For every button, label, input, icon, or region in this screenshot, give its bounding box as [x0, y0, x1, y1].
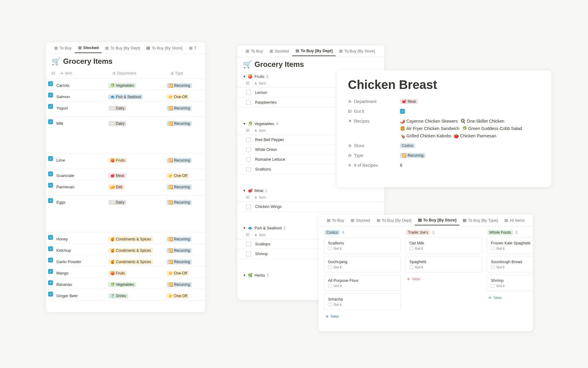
toggle-icon[interactable]: ▼ — [243, 75, 246, 78]
prop-recipe-count[interactable]: # of Recipes 6 — [348, 160, 540, 170]
gotit-checkbox[interactable] — [328, 265, 332, 269]
board-column-header[interactable]: Trader Joe's2 — [405, 228, 482, 237]
new-card-button[interactable]: New — [324, 312, 401, 320]
table-row[interactable]: Milk 🥛 Dairy 🔁 Recurring — [46, 117, 205, 154]
table-row[interactable]: Garlic Powder 🍯 Condiments & Spices 🔁 Re… — [46, 255, 205, 266]
row-checkbox[interactable] — [246, 251, 251, 256]
toggle-icon[interactable]: ▼ — [243, 226, 246, 230]
table-row[interactable]: Ketchup 🍯 Condiments & Spices 🔁 Recurrin… — [46, 244, 205, 255]
recipe-link[interactable]: 🍗Grilled Chicken Kabobs — [400, 133, 451, 138]
tab-to-buy[interactable]: To Buy — [323, 216, 347, 225]
row-checkbox[interactable] — [48, 246, 53, 251]
row-checkbox[interactable] — [246, 242, 251, 247]
department-tag: 🍑 Fruits — [108, 271, 127, 276]
tab-by-dept[interactable]: To Buy [By Dept] — [102, 43, 143, 53]
col-type[interactable]: Type — [175, 71, 183, 75]
item-title[interactable]: Chicken Breast — [337, 71, 551, 97]
gotit-checkbox[interactable] — [328, 247, 332, 250]
row-checkbox[interactable] — [246, 100, 251, 105]
gotit-checkbox[interactable] — [491, 265, 495, 269]
recipe-link[interactable]: 🥬Green Goddess Cobb Salad — [462, 126, 522, 131]
row-checkbox[interactable] — [48, 104, 53, 109]
table-row[interactable]: Ginger Beer 🥤 Drinks 👉 One-Off — [46, 289, 205, 301]
row-checkbox[interactable] — [48, 292, 53, 297]
row-checkbox[interactable] — [48, 93, 53, 98]
toggle-icon[interactable]: ▼ — [243, 189, 246, 192]
row-checkbox[interactable] — [48, 280, 53, 285]
row-checkbox[interactable] — [48, 156, 53, 161]
tab-stocked[interactable]: Stocked — [266, 46, 292, 56]
row-checkbox[interactable] — [48, 183, 53, 188]
table-row[interactable]: Guanciale 🥩 Meat 👉 One-Off — [46, 169, 205, 180]
board-card[interactable]: SpaghettiGot it — [405, 256, 482, 272]
row-checkbox[interactable] — [48, 269, 53, 274]
col-dept[interactable]: Department — [117, 71, 136, 75]
board-card[interactable]: SrirachaGot it — [324, 293, 401, 310]
row-checkbox[interactable] — [48, 198, 53, 203]
got-it-checkbox[interactable] — [400, 109, 405, 114]
board-card[interactable]: ShrimpGot it — [487, 275, 533, 291]
new-card-button[interactable]: New — [487, 293, 533, 302]
prop-recipes[interactable]: Recipes 🌶️Cayenne Chicken Skewers🍳One-Sk… — [348, 116, 540, 141]
board-column-header[interactable]: Whole Foods3 — [487, 228, 533, 237]
row-checkbox[interactable] — [48, 235, 53, 240]
board-card[interactable]: Oat MilkGot it — [405, 237, 482, 254]
row-checkbox[interactable] — [246, 147, 251, 152]
row-checkbox[interactable] — [48, 119, 53, 124]
toggle-icon[interactable]: ▼ — [243, 122, 246, 125]
table-row[interactable]: Parmesan 🧀 Deli 🔁 Recurring — [46, 180, 205, 196]
gotit-checkbox[interactable] — [409, 265, 413, 269]
table-row[interactable]: Yogurt 🥛 Dairy 🔁 Recurring — [46, 102, 205, 117]
tab-stocked[interactable]: Stocked — [347, 216, 373, 225]
table-row[interactable]: Bananas 🥬 Vegetables 🔁 Recurring — [46, 278, 205, 289]
gotit-checkbox[interactable] — [409, 247, 413, 250]
recipe-link[interactable]: 🍅Chicken Parmesan — [454, 133, 496, 138]
board-column-header[interactable]: Costco4 — [324, 228, 401, 237]
table-row[interactable]: Mango 🍑 Fruits 👉 One-Off — [46, 266, 205, 278]
new-card-button[interactable]: New — [405, 275, 482, 283]
prop-type[interactable]: Type 🔁Recurring — [348, 151, 540, 160]
board-card[interactable]: All Purpose FlourGot it — [324, 275, 401, 291]
table-row[interactable]: Carrots 🥬 Vegetables 🔁 Recurring — [46, 79, 205, 90]
gotit-checkbox[interactable] — [328, 303, 332, 306]
row-checkbox[interactable] — [48, 258, 53, 263]
tab-by-store[interactable]: To Buy [By Store] — [143, 43, 185, 53]
toggle-icon[interactable]: ▼ — [243, 274, 246, 277]
row-checkbox[interactable] — [246, 157, 251, 162]
tab-by-type[interactable]: To Buy [By Type] — [459, 216, 501, 225]
prop-store[interactable]: Store Costco — [348, 141, 540, 151]
tab-by-dept[interactable]: To Buy [By Dept] — [292, 46, 336, 56]
col-item[interactable]: Item — [65, 71, 72, 75]
tab-by-dept[interactable]: To Buy [By Dept] — [373, 216, 415, 225]
tab-by-store[interactable]: To Buy [By Store] — [415, 215, 460, 225]
recipe-link[interactable]: 🍔Air Fryer Chicken Sandwich — [400, 126, 459, 131]
recipe-link[interactable]: 🍳One-Skillet Chicken — [460, 119, 504, 124]
prop-department[interactable]: Department 🥩Meat — [348, 97, 540, 106]
board-card[interactable]: ScallionsGot it — [324, 237, 401, 254]
row-checkbox[interactable] — [246, 167, 251, 172]
board-card[interactable]: Sourdough BreadGot it — [487, 256, 533, 272]
row-checkbox[interactable] — [246, 137, 251, 142]
tab-by-store[interactable]: To Buy [By Store] — [336, 46, 378, 56]
table-row[interactable]: Honey 🍯 Condiments & Spices 🔁 Recurring — [46, 232, 205, 244]
prop-got-it[interactable]: Got it — [348, 106, 540, 116]
row-checkbox[interactable] — [48, 81, 53, 86]
group-row[interactable]: Chicken Wings — [237, 202, 384, 212]
gotit-checkbox[interactable] — [491, 284, 495, 288]
gotit-checkbox[interactable] — [491, 247, 495, 250]
gotit-checkbox[interactable] — [328, 284, 332, 288]
tab-to-buy[interactable]: To Buy — [242, 46, 266, 56]
board-card[interactable]: Frozen Kale SpaghettiGot it — [487, 237, 533, 254]
table-row[interactable]: Salmon 🐟 Fish & Seafood 👉 One-Off — [46, 90, 205, 102]
tab-truncated[interactable]: T — [186, 43, 200, 53]
tab-stocked[interactable]: Stocked — [75, 43, 102, 53]
tab-to-buy[interactable]: To Buy — [51, 43, 75, 53]
row-checkbox[interactable] — [246, 204, 251, 209]
board-card[interactable]: GochujangGot it — [324, 256, 401, 272]
table-row[interactable]: Lime 🍑 Fruits 🔁 Recurring — [46, 154, 205, 169]
row-checkbox[interactable] — [246, 90, 251, 95]
tab-all-items[interactable]: All Items — [501, 216, 528, 225]
recipe-link[interactable]: 🌶️Cayenne Chicken Skewers — [400, 119, 458, 124]
table-row[interactable]: Eggs 🥛 Dairy 🔁 Recurring — [46, 196, 205, 232]
row-checkbox[interactable] — [48, 171, 53, 176]
